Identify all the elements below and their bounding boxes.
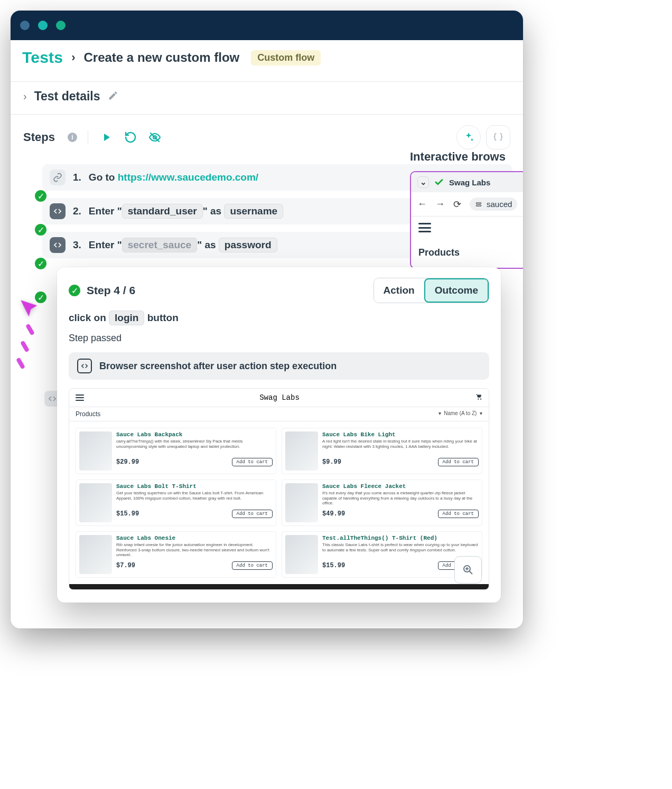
hamburger-icon[interactable]: [418, 223, 431, 232]
step-status-pass-icon: ✓: [35, 224, 46, 236]
side-panel-title: Interactive brows: [410, 145, 523, 171]
browser-tab[interactable]: ⌄ Swag Labs: [411, 172, 523, 192]
product-price: $9.99: [322, 458, 341, 466]
product-thumb: [285, 483, 318, 522]
product-price: $49.99: [322, 510, 345, 518]
visibility-off-button[interactable]: [147, 130, 162, 145]
side-panel: Interactive brows ⌄ Swag Labs ← → ⟳ sauc…: [410, 145, 523, 269]
add-to-cart-button[interactable]: Add to cart: [232, 458, 273, 466]
product-price: $15.99: [116, 510, 139, 518]
field-chip: username: [224, 204, 283, 219]
address-text: sauced: [487, 200, 512, 209]
product-card[interactable]: Test.allTheThings() T-Shirt (Red)This cl…: [282, 531, 482, 578]
step-status-pass-icon: ✓: [35, 258, 46, 269]
traffic-light-close[interactable]: [20, 21, 30, 30]
product-desc: Rib snap infant onesie for the junior au…: [116, 542, 273, 557]
site-settings-icon: [475, 201, 482, 208]
test-details-header[interactable]: › Test details: [11, 81, 523, 115]
tab-outcome[interactable]: Outcome: [424, 278, 489, 303]
product-card[interactable]: Sauce Labs OnesieRib snap infant onesie …: [76, 531, 276, 578]
svg-rect-1: [476, 202, 481, 203]
play-button[interactable]: [99, 130, 114, 145]
add-to-cart-button[interactable]: Add to cart: [232, 510, 273, 518]
browser-tab-title: Swag Labs: [449, 178, 490, 187]
cart-icon[interactable]: [475, 393, 482, 402]
test-details-label: Test details: [34, 89, 100, 104]
breadcrumb: Tests › Create a new custom flow Custom …: [11, 40, 523, 78]
add-to-cart-button[interactable]: Add to cart: [438, 458, 479, 466]
tab-action[interactable]: Action: [374, 278, 424, 303]
edit-icon[interactable]: [108, 90, 118, 103]
nav-forward-icon[interactable]: →: [435, 199, 445, 210]
step-text: Enter "secret_sauce" as password: [89, 238, 277, 252]
product-price: $29.99: [116, 458, 139, 466]
zoom-in-button[interactable]: [454, 556, 482, 584]
screenshot-label: Browser screenshot after user action ste…: [69, 352, 489, 380]
product-card[interactable]: Sauce Labs Bike LightA red light isn't t…: [282, 428, 482, 474]
field-chip: password: [219, 238, 277, 252]
product-desc: This classic Sauce Labs t-shirt is perfe…: [322, 542, 479, 557]
type-badge: Custom flow: [251, 50, 321, 65]
browser-page: Products: [411, 217, 523, 268]
product-card[interactable]: Sauce Labs Fleece JacketIt's not every d…: [282, 480, 482, 526]
product-desc: carry.allTheThings() with the sleek, str…: [116, 439, 273, 454]
hamburger-icon: [76, 394, 84, 401]
chevron-down-icon[interactable]: ⌄: [417, 176, 429, 188]
product-thumb: [79, 535, 112, 574]
add-to-cart-button[interactable]: Add to cart: [232, 561, 273, 570]
code-icon: [50, 203, 66, 219]
screenshot-caption: Browser screenshot after user action ste…: [99, 361, 337, 372]
product-name[interactable]: Sauce Labs Onesie: [116, 535, 273, 541]
nav-back-icon[interactable]: ←: [417, 199, 427, 210]
traffic-light-min[interactable]: [38, 21, 48, 30]
product-thumb: [285, 431, 318, 471]
product-card[interactable]: Sauce Labs Backpackcarry.allTheThings() …: [76, 428, 276, 474]
product-thumb: [79, 483, 112, 522]
window-titlebar: [11, 11, 523, 40]
info-icon[interactable]: i: [68, 133, 77, 142]
breadcrumb-root[interactable]: Tests: [22, 49, 63, 67]
product-desc: A red light isn't the desired state in t…: [322, 439, 479, 454]
step-text: Enter "standard_user" as username: [89, 204, 283, 219]
product-name[interactable]: Sauce Labs Bike Light: [322, 431, 479, 438]
product-name[interactable]: Test.allTheThings() T-Shirt (Red): [322, 535, 479, 541]
add-to-cart-button[interactable]: Add to cart: [438, 510, 479, 518]
target-chip: login: [109, 311, 144, 325]
chevron-right-icon: ›: [23, 90, 27, 102]
preview-heading: Products: [76, 410, 100, 418]
step-status-pass-icon: ✓: [35, 190, 46, 202]
value-chip: standard_user: [122, 204, 203, 219]
steps-title: Steps: [23, 130, 55, 144]
cursor-trail: [12, 323, 43, 397]
preview-brand: Swag Labs: [259, 393, 300, 402]
breadcrumb-page: Create a new custom flow: [83, 50, 239, 65]
step-detail-title: Step 4 / 6: [87, 284, 135, 297]
product-card[interactable]: Sauce Labs Bolt T-ShirtGet your testing …: [76, 480, 276, 526]
product-thumb: [285, 535, 318, 574]
traffic-light-max[interactable]: [56, 21, 66, 30]
address-bar[interactable]: sauced: [470, 198, 517, 211]
step-number: 3.: [73, 239, 81, 251]
svg-rect-2: [476, 205, 481, 206]
product-desc: Get your testing superhero on with the S…: [116, 491, 273, 505]
sort-dropdown[interactable]: ▾ Name (A to Z) ▾: [438, 410, 482, 418]
screenshot-preview: Swag Labs Products ▾ Name (A to Z) ▾ Sau…: [69, 388, 489, 590]
browser-frame: ⌄ Swag Labs ← → ⟳ sauced Products: [410, 171, 523, 269]
browser-toolbar: ← → ⟳ sauced: [411, 192, 523, 217]
product-name[interactable]: Sauce Labs Fleece Jacket: [322, 483, 479, 490]
page-heading: Products: [418, 247, 523, 258]
product-name[interactable]: Sauce Labs Bolt T-Shirt: [116, 483, 273, 490]
link-icon: [50, 170, 66, 185]
view-toggle: Action Outcome: [374, 278, 489, 303]
product-name[interactable]: Sauce Labs Backpack: [116, 431, 273, 438]
code-icon: [50, 237, 66, 253]
reload-icon[interactable]: ⟳: [453, 199, 461, 210]
restart-button[interactable]: [123, 130, 138, 145]
step-url[interactable]: https://www.saucedemo.com/: [118, 172, 258, 183]
step-number: 1.: [73, 172, 81, 183]
product-desc: It's not every day that you come across …: [322, 491, 479, 505]
step-status-pass-icon: ✓: [69, 285, 80, 296]
site-favicon-icon: [434, 177, 444, 187]
chevron-right-icon: ›: [71, 51, 75, 64]
step-description: click on login button: [69, 311, 489, 325]
